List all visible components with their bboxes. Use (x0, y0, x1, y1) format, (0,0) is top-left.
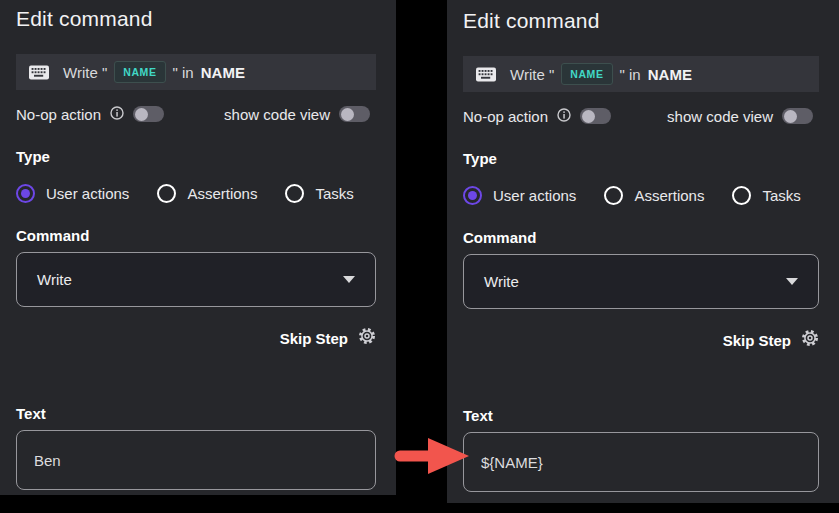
toggle-knob (784, 110, 797, 123)
screenshot-stage: Edit command Write " (0, 0, 839, 513)
radio-circle (285, 184, 304, 203)
noop-action-group: No-op action (16, 106, 164, 123)
options-row: No-op action show code view (463, 106, 819, 126)
show-code-view-label: show code view (667, 108, 773, 125)
type-label: Type (16, 148, 376, 166)
skip-step-label: Skip Step (280, 330, 348, 347)
command-label: Command (463, 229, 819, 247)
radio-assertions[interactable]: Assertions (604, 186, 704, 205)
radio-circle (463, 186, 482, 205)
page-title: Edit command (463, 8, 819, 34)
radio-circle (604, 186, 623, 205)
text-input[interactable] (16, 430, 376, 490)
edit-command-panel-after: Edit command Write " (447, 0, 839, 503)
command-preview-prefix: Write " (510, 66, 554, 83)
noop-action-toggle[interactable] (580, 108, 611, 124)
radio-label: Assertions (634, 187, 704, 204)
variable-chip: NAME (561, 63, 612, 85)
radio-circle (16, 184, 35, 203)
toggle-knob (341, 108, 354, 121)
radio-circle (732, 186, 751, 205)
show-code-view-toggle[interactable] (782, 108, 813, 124)
toggle-knob (135, 108, 148, 121)
gear-icon[interactable] (801, 329, 819, 351)
command-preview-bar: Write " NAME " in NAME (463, 56, 819, 92)
noop-action-label: No-op action (463, 108, 548, 125)
command-select-value: Write (484, 273, 519, 290)
text-input[interactable] (463, 432, 819, 492)
gear-icon[interactable] (358, 327, 376, 349)
command-label: Command (16, 227, 376, 245)
type-label: Type (463, 150, 819, 168)
noop-action-toggle[interactable] (133, 106, 164, 122)
command-preview-middle: " in (620, 66, 641, 83)
variable-chip: NAME (114, 61, 165, 83)
radio-label: Tasks (315, 185, 353, 202)
type-radio-group: User actions Assertions Tasks (463, 185, 819, 205)
show-code-view-group: show code view (224, 106, 370, 123)
radio-label: User actions (493, 187, 576, 204)
radio-tasks[interactable]: Tasks (732, 186, 800, 205)
command-select[interactable]: Write (463, 254, 819, 309)
arrow-right-icon (392, 436, 472, 476)
info-icon[interactable] (110, 106, 124, 123)
skip-step-row: Skip Step (16, 328, 376, 348)
command-select-value: Write (37, 271, 72, 288)
radio-label: Assertions (187, 185, 257, 202)
command-preview-middle: " in (173, 64, 194, 81)
command-preview-text: Write " NAME " in NAME (63, 61, 245, 83)
command-preview-text: Write " NAME " in NAME (510, 63, 692, 85)
command-select[interactable]: Write (16, 252, 376, 307)
noop-action-label: No-op action (16, 106, 101, 123)
type-radio-group: User actions Assertions Tasks (16, 183, 376, 203)
radio-assertions[interactable]: Assertions (157, 184, 257, 203)
skip-step-label: Skip Step (723, 332, 791, 349)
show-code-view-toggle[interactable] (339, 106, 370, 122)
edit-command-panel-before: Edit command Write " (0, 0, 396, 495)
radio-user-actions[interactable]: User actions (463, 186, 576, 205)
command-preview-prefix: Write " (63, 64, 107, 81)
toggle-knob (582, 110, 595, 123)
show-code-view-label: show code view (224, 106, 330, 123)
radio-user-actions[interactable]: User actions (16, 184, 129, 203)
noop-action-group: No-op action (463, 108, 611, 125)
keyboard-icon (29, 65, 49, 80)
command-preview-bar: Write " NAME " in NAME (16, 54, 376, 90)
keyboard-icon (476, 67, 496, 82)
command-preview-target: NAME (648, 66, 692, 83)
chevron-down-icon (343, 276, 355, 283)
radio-label: User actions (46, 185, 129, 202)
radio-circle (157, 184, 176, 203)
radio-tasks[interactable]: Tasks (285, 184, 353, 203)
info-icon[interactable] (557, 108, 571, 125)
chevron-down-icon (786, 278, 798, 285)
options-row: No-op action show code view (16, 104, 376, 124)
show-code-view-group: show code view (667, 108, 813, 125)
radio-label: Tasks (762, 187, 800, 204)
page-title: Edit command (16, 6, 376, 32)
command-preview-target: NAME (201, 64, 245, 81)
text-label: Text (16, 405, 376, 423)
text-label: Text (463, 407, 819, 425)
skip-step-row: Skip Step (463, 330, 819, 350)
